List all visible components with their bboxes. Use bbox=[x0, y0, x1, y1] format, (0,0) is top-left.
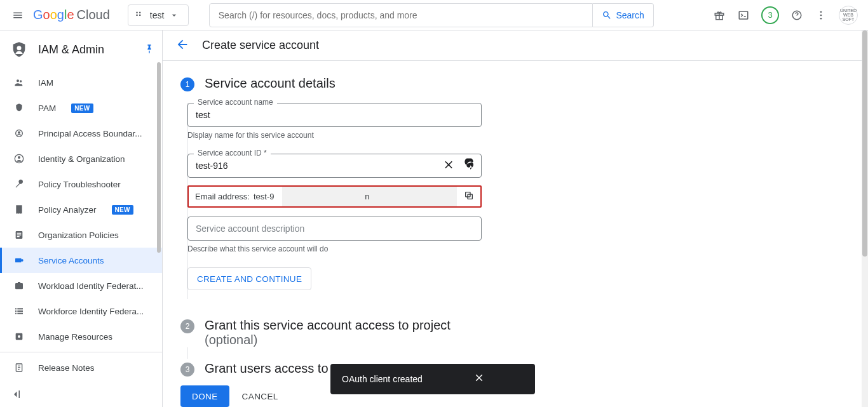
email-prefix: Email address: bbox=[195, 192, 250, 201]
toast-message: OAuth client created bbox=[342, 374, 423, 384]
wrench-icon bbox=[13, 178, 25, 190]
receipt-icon bbox=[13, 203, 25, 216]
pin-icon[interactable] bbox=[144, 44, 154, 56]
free-trial-badge[interactable]: 3 bbox=[761, 6, 779, 24]
sidebar-item-label: Manage Resources bbox=[38, 332, 112, 342]
back-arrow-icon[interactable] bbox=[175, 37, 189, 53]
sidebar-item-principal-boundary[interactable]: Principal Access Boundar... bbox=[0, 121, 162, 146]
toast-snackbar: OAuth client created bbox=[330, 364, 535, 394]
svg-rect-21 bbox=[18, 282, 20, 284]
svg-point-6 bbox=[820, 17, 822, 19]
project-selector[interactable]: test bbox=[128, 4, 189, 26]
avatar-label: UNITED WEB SOFT bbox=[839, 8, 857, 22]
content-header: Create service account bbox=[163, 30, 868, 61]
search-button[interactable]: Search bbox=[593, 3, 653, 27]
sidebar: IAM & Admin IAM PAM NEW Principal Access… bbox=[0, 30, 163, 407]
sidebar-item-policy-analyzer[interactable]: Policy Analyzer NEW bbox=[0, 197, 162, 222]
sidebar-item-workforce-identity[interactable]: Workforce Identity Federa... bbox=[0, 298, 162, 324]
content-scrollbar[interactable] bbox=[862, 30, 868, 407]
project-icon bbox=[135, 10, 145, 20]
topbar-search: Search bbox=[209, 3, 654, 27]
trial-count: 3 bbox=[768, 10, 772, 20]
sidebar-item-release-notes[interactable]: Release Notes bbox=[0, 355, 162, 380]
sidebar-item-policy-troubleshooter[interactable]: Policy Troubleshooter bbox=[0, 171, 162, 197]
sidebar-item-label: Release Notes bbox=[38, 363, 95, 373]
help-icon[interactable] bbox=[790, 9, 803, 22]
search-button-label: Search bbox=[616, 10, 644, 20]
sidebar-scrollbar[interactable] bbox=[157, 62, 161, 253]
svg-point-7 bbox=[17, 46, 22, 50]
sidebar-item-label: Principal Access Boundar... bbox=[38, 129, 142, 138]
sidebar-item-iam[interactable]: IAM bbox=[0, 70, 162, 95]
hamburger-menu-icon[interactable] bbox=[10, 8, 25, 23]
service-account-description-input[interactable] bbox=[187, 217, 482, 241]
badge-icon bbox=[13, 279, 25, 292]
email-suffix: n bbox=[365, 192, 369, 201]
search-box[interactable] bbox=[209, 3, 593, 27]
name-label: Service account name bbox=[194, 98, 277, 107]
account-circle-icon bbox=[13, 152, 25, 165]
svg-point-8 bbox=[17, 79, 19, 82]
sidebar-item-org-policies[interactable]: Organization Policies bbox=[0, 222, 162, 248]
main: IAM & Admin IAM PAM NEW Principal Access… bbox=[0, 30, 868, 407]
sidebar-header: IAM & Admin bbox=[0, 30, 162, 67]
sidebar-item-label: Identity & Organization bbox=[38, 154, 125, 164]
boundary-icon bbox=[13, 127, 25, 140]
scrollbar-thumb[interactable] bbox=[862, 30, 867, 257]
account-avatar[interactable]: UNITED WEB SOFT bbox=[839, 6, 858, 25]
email-address-row: Email address: test-9 n bbox=[187, 185, 482, 208]
toast-close-icon[interactable] bbox=[473, 372, 485, 387]
step-3-title: Grant users access to bbox=[205, 361, 329, 376]
service-account-icon bbox=[13, 254, 25, 267]
svg-rect-20 bbox=[15, 283, 23, 289]
svg-point-19 bbox=[21, 259, 24, 262]
sidebar-title: IAM & Admin bbox=[38, 43, 134, 57]
step-2-optional: (optional) bbox=[205, 333, 451, 347]
new-badge: NEW bbox=[112, 205, 133, 215]
svg-rect-17 bbox=[17, 236, 20, 237]
step-2: 2 Grant this service account access to p… bbox=[180, 318, 850, 359]
cloud-shell-icon[interactable] bbox=[737, 9, 750, 22]
svg-rect-16 bbox=[17, 234, 22, 235]
service-account-id-field: Service account ID * bbox=[187, 154, 482, 178]
search-input[interactable] bbox=[219, 10, 584, 20]
sidebar-item-service-accounts[interactable]: Service Accounts bbox=[0, 248, 162, 273]
svg-point-11 bbox=[18, 131, 20, 133]
content-body: 1 Service account details Service accoun… bbox=[163, 61, 868, 407]
more-icon[interactable] bbox=[815, 9, 827, 22]
google-cloud-logo[interactable]: Google Cloud bbox=[33, 8, 110, 22]
sidebar-item-identity-org[interactable]: Identity & Organization bbox=[0, 146, 162, 171]
svg-rect-15 bbox=[17, 233, 22, 234]
cancel-button[interactable]: CANCEL bbox=[242, 392, 278, 401]
collapse-sidebar-icon[interactable] bbox=[10, 389, 22, 402]
people-icon bbox=[13, 76, 25, 89]
svg-rect-22 bbox=[15, 308, 17, 309]
list-icon bbox=[13, 305, 25, 317]
step-3-badge: 3 bbox=[180, 363, 194, 377]
sidebar-items: IAM PAM NEW Principal Access Boundar... … bbox=[0, 67, 162, 407]
description-helper: Describe what this service account will … bbox=[187, 244, 482, 253]
create-and-continue-button[interactable]: CREATE AND CONTINUE bbox=[187, 267, 311, 290]
sidebar-item-pam[interactable]: PAM NEW bbox=[0, 95, 162, 121]
step-1-header: 1 Service account details bbox=[180, 76, 850, 91]
search-icon bbox=[602, 10, 612, 20]
step-1-badge: 1 bbox=[180, 77, 194, 91]
done-button[interactable]: DONE bbox=[180, 385, 229, 407]
id-label: Service account ID * bbox=[194, 149, 271, 157]
sidebar-item-workload-identity[interactable]: Workload Identity Federat... bbox=[0, 273, 162, 298]
svg-rect-18 bbox=[15, 258, 21, 263]
sidebar-item-manage-resources[interactable]: Manage Resources bbox=[0, 324, 162, 349]
svg-point-4 bbox=[820, 11, 822, 13]
svg-rect-2 bbox=[739, 11, 748, 19]
new-badge: NEW bbox=[71, 103, 93, 113]
privacy-icon bbox=[13, 102, 25, 114]
clear-icon[interactable] bbox=[442, 159, 455, 173]
iam-shield-icon bbox=[10, 41, 28, 58]
gift-icon[interactable] bbox=[713, 9, 726, 22]
step-2-header[interactable]: 2 Grant this service account access to p… bbox=[180, 318, 850, 347]
copy-icon[interactable] bbox=[464, 190, 474, 203]
svg-point-29 bbox=[18, 335, 20, 338]
svg-rect-24 bbox=[15, 310, 17, 312]
sidebar-item-label: Service Accounts bbox=[38, 256, 104, 265]
refresh-icon[interactable] bbox=[464, 159, 477, 173]
